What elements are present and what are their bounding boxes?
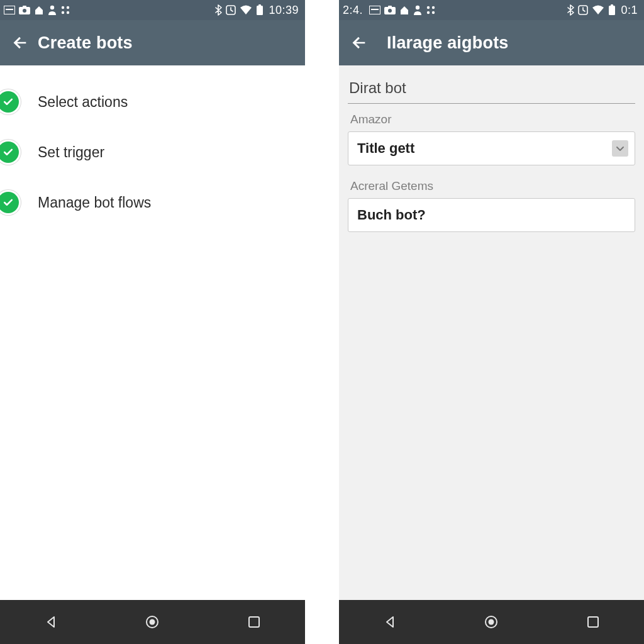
nav-home-button[interactable] xyxy=(127,607,177,637)
svg-rect-4 xyxy=(23,6,26,8)
check-complete-icon xyxy=(0,192,19,213)
svg-rect-1 xyxy=(6,9,13,10)
form-section-title: Dirat bot xyxy=(348,77,635,104)
wifi-icon xyxy=(592,5,604,15)
svg-point-19 xyxy=(388,9,392,13)
status-bar-clock: 10:39 xyxy=(269,4,299,17)
nav-recents-button[interactable] xyxy=(229,607,279,637)
svg-rect-15 xyxy=(249,617,259,627)
bot-form: Dirat bot Amazor Title gett Acreral Gete… xyxy=(339,65,644,232)
battery-icon xyxy=(608,4,616,16)
svg-point-8 xyxy=(62,11,64,14)
svg-rect-12 xyxy=(258,4,261,6)
status-bar: 2:4. xyxy=(339,0,644,20)
status-bar: 10:39 xyxy=(0,0,305,20)
page-title: Create bots xyxy=(38,33,133,53)
back-button[interactable] xyxy=(5,28,35,58)
status-bar-left-icons: 2:4. xyxy=(343,4,436,17)
clock-icon xyxy=(226,5,236,15)
select-title[interactable]: Title gett xyxy=(348,131,635,165)
bluetooth-icon xyxy=(567,4,574,16)
card-icon xyxy=(4,6,15,14)
svg-point-30 xyxy=(489,619,494,625)
home-icon xyxy=(34,5,44,15)
app-bar: Ilarage aigbots xyxy=(339,20,644,65)
select-title-value: Title gett xyxy=(357,140,414,157)
svg-rect-27 xyxy=(609,6,615,15)
svg-point-9 xyxy=(67,11,69,14)
checklist-item-label: Manage bot flows xyxy=(38,194,151,211)
nav-home-button[interactable] xyxy=(466,607,516,637)
svg-point-7 xyxy=(67,6,69,9)
checklist-item-select-actions[interactable]: Select actions xyxy=(0,77,305,127)
home-icon xyxy=(399,5,409,15)
svg-rect-28 xyxy=(611,4,613,6)
nav-recents-button[interactable] xyxy=(568,607,618,637)
person-icon xyxy=(413,5,422,15)
status-bar-left-icons xyxy=(4,5,70,15)
field-label-acreral: Acreral Getems xyxy=(350,179,635,193)
system-nav-bar xyxy=(339,600,644,644)
svg-point-24 xyxy=(427,11,430,14)
svg-point-6 xyxy=(62,6,64,9)
svg-rect-31 xyxy=(588,617,598,627)
status-bar-clock: 0:1 xyxy=(621,4,638,17)
checklist-item-label: Set trigger xyxy=(38,144,104,161)
field-label-amazor: Amazor xyxy=(350,113,635,126)
checklist-item-manage-bot-flows[interactable]: Manage bot flows xyxy=(0,177,305,228)
clock-icon xyxy=(578,5,588,15)
svg-rect-20 xyxy=(388,6,392,8)
status-bar-left-clock: 2:4. xyxy=(343,4,363,17)
svg-point-22 xyxy=(427,6,430,9)
screen-manage-bots: 2:4. xyxy=(339,0,644,644)
check-complete-icon xyxy=(0,91,19,113)
svg-point-25 xyxy=(432,11,435,14)
settings-icon xyxy=(60,5,70,15)
svg-point-23 xyxy=(432,6,435,9)
system-nav-bar xyxy=(0,600,305,644)
back-button[interactable] xyxy=(344,28,374,58)
check-complete-icon xyxy=(0,142,19,163)
bluetooth-icon xyxy=(214,4,222,16)
camera-icon xyxy=(19,6,30,14)
page-title: Ilarage aigbots xyxy=(387,33,509,53)
camera-icon xyxy=(384,6,396,14)
svg-rect-17 xyxy=(371,9,379,10)
person-icon xyxy=(48,5,57,15)
nav-back-button[interactable] xyxy=(365,607,415,637)
svg-point-21 xyxy=(416,6,419,9)
checklist-item-set-trigger[interactable]: Set trigger xyxy=(0,127,305,177)
input-buch-bot-value: Buch bot? xyxy=(357,207,426,223)
svg-point-3 xyxy=(23,9,26,13)
checklist-item-label: Select actions xyxy=(38,94,128,111)
svg-point-5 xyxy=(50,6,54,9)
settings-icon xyxy=(426,5,436,15)
nav-back-button[interactable] xyxy=(26,607,76,637)
checklist: Select actions Set trigger Manage bot fl… xyxy=(0,65,305,228)
card-icon xyxy=(369,6,380,14)
svg-point-14 xyxy=(150,619,155,625)
status-bar-right-icons: 10:39 xyxy=(214,4,299,17)
status-bar-right-icons: 0:1 xyxy=(567,4,638,17)
wifi-icon xyxy=(240,5,252,15)
input-buch-bot[interactable]: Buch bot? xyxy=(348,198,635,232)
chevron-down-icon xyxy=(612,140,628,157)
battery-icon xyxy=(256,4,264,16)
app-bar: Create bots xyxy=(0,20,305,65)
svg-rect-11 xyxy=(257,6,263,15)
screen-create-bots: 10:39 Create bots Select actions Set tri… xyxy=(0,0,305,644)
